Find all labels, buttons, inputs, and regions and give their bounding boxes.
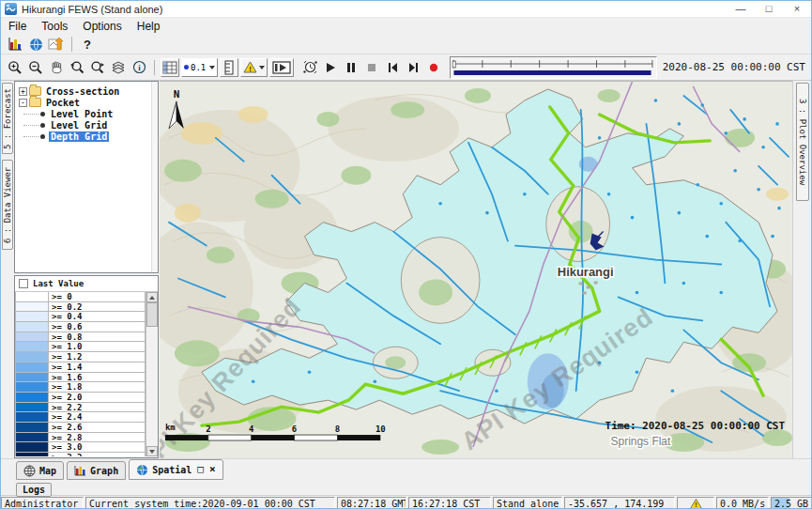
tree-item-level-point[interactable]: Level Point [15,108,151,119]
tab-spatial[interactable]: Spatial □ × [129,459,222,480]
zoom-in-icon[interactable] [6,58,24,77]
tab-map[interactable]: Map [16,461,64,480]
tree-item-depth-grid[interactable]: Depth Grid [15,131,151,142]
record-button[interactable] [424,58,443,77]
left-panel: + Cross-section - Pocket Level Point [14,81,160,458]
wireframe-globe-icon [23,465,36,477]
bullet-icon [40,112,45,116]
legend-list: >= 0 >= 0.2 >= 0.4 >= 0.6 >= 0.8 >= 1.0 … [15,291,158,456]
scroll-track[interactable] [146,302,158,446]
legend-row-label: >= 2.0 [49,393,146,403]
status-mode: Stand alone [493,497,562,509]
legend-row-label: >= 3.0 [49,442,146,453]
tree-item-label: Pocket [44,98,82,108]
left-tab-strip: 5 : Forecast 6 : Data Viewer [1,81,14,458]
tab-float-button[interactable]: □ [197,465,204,474]
legend-swatch [15,442,49,453]
status-local-time: 16:27:18 CST [408,497,491,509]
map-graphics: API Key Required API Key Required Hikura… [160,82,792,458]
scroll-thumb[interactable] [146,302,158,327]
app-window: Hikurangi FEWS (Stand alone) — □ × File … [0,0,812,509]
tree-item-level-grid[interactable]: Level Grid [15,119,151,131]
tree-guide [23,125,38,126]
status-bar: Administrator Current system time:2020-0… [1,495,811,509]
classbreak-dropdown[interactable]: 0.1 [181,58,218,77]
skip-end-button[interactable] [404,58,422,77]
legend-row: >= 1.8 [15,382,146,393]
legend-row-label: >= 0.4 [49,312,146,322]
tree-item-pocket[interactable]: - Pocket [15,97,151,108]
menu-options[interactable]: Options [75,19,129,34]
tab-graph[interactable]: Graph [67,461,126,480]
grid-display-icon[interactable] [161,58,179,77]
legend-row-label: >= 1.6 [49,373,146,383]
toolbar-separator [71,37,72,52]
legend-swatch [15,423,49,433]
close-button[interactable]: × [783,1,811,18]
menu-file[interactable]: File [1,19,34,34]
globe-icon[interactable] [26,35,45,54]
legend-row: >= 0.8 [15,332,146,343]
tab-map-label: Map [39,466,56,476]
chevron-down-icon [259,66,265,69]
help-button[interactable]: ? [78,35,97,54]
scale-tick: 2 [206,424,210,434]
timeline-slider[interactable] [450,56,656,79]
menu-help[interactable]: Help [130,19,168,34]
time-navigator-icon[interactable] [300,58,319,77]
pause-button[interactable] [342,58,360,77]
zoom-previous-icon[interactable] [68,58,86,77]
minimize-button[interactable]: — [727,1,755,18]
play-button[interactable] [321,58,340,77]
maximize-button[interactable]: □ [755,1,783,18]
svg-text:i: i [138,63,141,72]
menu-tools[interactable]: Tools [34,19,75,34]
scroll-down-icon[interactable] [146,446,158,456]
expander-icon[interactable]: + [19,87,27,96]
last-value-checkbox[interactable] [19,279,28,288]
legend-scrollbar[interactable] [146,292,158,456]
dot-icon [184,65,189,69]
tree-scrollbar[interactable] [151,82,158,272]
legend-swatch [15,362,49,373]
logs-row: Logs [1,480,811,495]
tab-close-button[interactable]: × [209,465,216,474]
tab-data-viewer[interactable]: 6 : Data Viewer [2,160,13,250]
logs-button[interactable]: Logs [16,483,52,497]
last-value-label: Last Value [33,279,84,288]
legend-row-label: >= 2.8 [49,433,146,443]
tab-plot-overview[interactable]: 3 : Plot Overview [796,83,809,201]
map-canvas[interactable]: API Key Required API Key Required Hikura… [160,81,792,458]
stop-button[interactable] [362,58,381,77]
info-icon[interactable]: i [130,58,148,77]
results-chart-icon[interactable] [6,35,24,54]
thresholds-dropdown[interactable]: ! [240,58,268,77]
legend-row-label: >= 2.6 [49,423,146,433]
legend-row: >= 1.4 [15,362,146,373]
legend-row: >= 3.2 [15,453,146,456]
scalebar-toggle-icon[interactable] [220,58,238,77]
legend-rows: >= 0 >= 0.2 >= 0.4 >= 0.6 >= 0.8 >= 1.0 … [15,292,146,456]
zoom-out-icon[interactable] [26,58,45,77]
status-coordinates: -35.657 , 174.199 [564,497,675,509]
status-download-rate: 0.0 MB/s [716,497,769,509]
status-warning-cell[interactable]: ! [677,497,714,509]
classbreak-value: 0.1 [191,63,206,72]
legend-row-label: >= 0.8 [49,332,146,343]
main-area: 5 : Forecast 6 : Data Viewer + Cross-sec… [1,81,811,458]
skip-start-button[interactable] [383,58,402,77]
main-toolbar: ? [1,35,811,54]
layers-icon[interactable] [109,58,128,77]
zoom-next-icon[interactable] [88,58,107,77]
expander-icon[interactable]: - [19,99,27,107]
scroll-up-icon[interactable] [146,292,158,302]
legend-row-label: >= 1.8 [49,382,146,393]
animation-panel-icon[interactable] [269,58,294,77]
legend-row: >= 0 [15,292,146,302]
toolbar-separator [154,60,155,75]
tab-graph-label: Graph [90,466,118,476]
tab-forecast[interactable]: 5 : Forecast [2,83,13,154]
scale-tick: 4 [249,424,253,434]
profile-chart-icon[interactable] [47,35,66,54]
pan-hand-icon[interactable] [47,58,66,77]
